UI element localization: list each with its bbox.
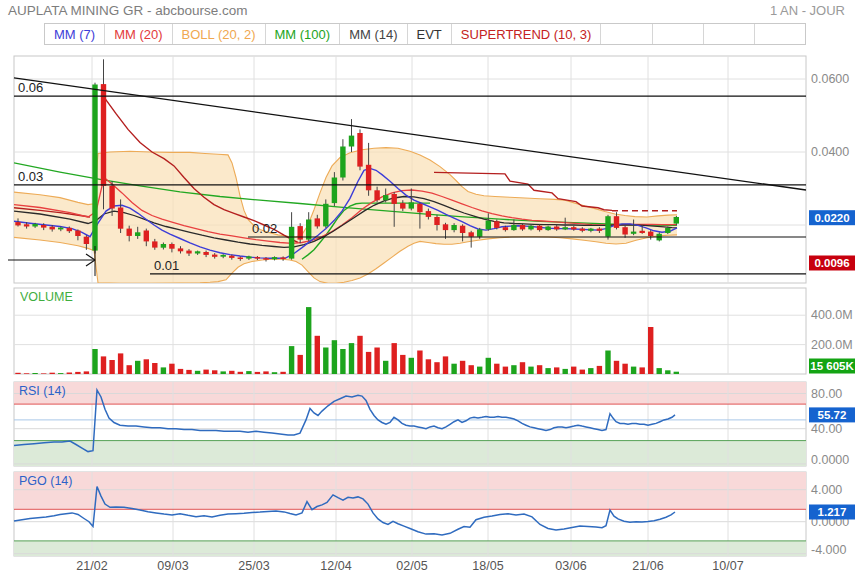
legend-item[interactable]: EVT xyxy=(408,24,452,44)
svg-text:200.0M: 200.0M xyxy=(811,338,853,352)
date-tick-label: 21/06 xyxy=(632,559,663,573)
date-tick-label: 12/04 xyxy=(320,559,351,573)
legend-empty-cell xyxy=(601,24,652,44)
svg-text:1.217: 1.217 xyxy=(818,506,847,518)
svg-text:0.03: 0.03 xyxy=(18,169,43,184)
stock-chart-window: AUPLATA MINING GR - abcbourse.com 1 AN -… xyxy=(0,0,855,580)
legend-empty-cell xyxy=(755,24,805,44)
pgo-pane-label: PGO (14) xyxy=(19,474,73,488)
volume-pane xyxy=(14,288,806,374)
rsi-pane-label: RSI (14) xyxy=(19,384,66,398)
date-tick-label: 18/05 xyxy=(472,559,503,573)
svg-text:80.00: 80.00 xyxy=(811,387,842,401)
legend-item[interactable]: SUPERTREND (10, 3) xyxy=(452,24,602,44)
period-label: 1 AN - JOUR xyxy=(770,3,845,18)
svg-text:-4.000: -4.000 xyxy=(811,543,846,557)
legend-item[interactable]: MM (100) xyxy=(266,24,341,44)
svg-text:4.000: 4.000 xyxy=(811,483,842,497)
svg-text:55.72: 55.72 xyxy=(818,409,847,421)
date-tick-label: 09/03 xyxy=(157,559,188,573)
date-tick-label: 10/07 xyxy=(712,559,743,573)
date-tick-label: 03/06 xyxy=(555,559,586,573)
svg-text:0.0096: 0.0096 xyxy=(814,257,849,269)
svg-text:0.0000: 0.0000 xyxy=(811,453,849,467)
legend-item[interactable]: MM (7) xyxy=(45,24,105,44)
legend-empty-cell xyxy=(704,24,755,44)
svg-text:0.0220: 0.0220 xyxy=(814,212,849,224)
date-tick-label: 21/02 xyxy=(76,559,107,573)
legend-item[interactable]: BOLL (20, 2) xyxy=(173,24,266,44)
rsi-pane xyxy=(14,382,806,466)
date-tick-label: 02/05 xyxy=(396,559,427,573)
legend-item[interactable]: MM (20) xyxy=(105,24,172,44)
last-price-badge: 0.0220 xyxy=(809,210,855,225)
pgo-value-badge: 1.217 xyxy=(809,505,855,520)
low-price-badge: 0.0096 xyxy=(809,256,855,271)
rsi-value-badge: 55.72 xyxy=(809,407,855,422)
svg-text:15 605K: 15 605K xyxy=(810,360,854,372)
chart-canvas[interactable]: 0.060.030.020.010.06000.0400400.0M200.0M… xyxy=(0,0,855,580)
volume-pane-label: VOLUME xyxy=(20,290,73,304)
indicator-legend: MM (7)MM (20)BOLL (20, 2)MM (100)MM (14)… xyxy=(44,23,806,45)
svg-text:0.0600: 0.0600 xyxy=(811,72,849,86)
chart-title: AUPLATA MINING GR - abcbourse.com xyxy=(8,3,248,18)
svg-text:40.00: 40.00 xyxy=(811,422,842,436)
last-volume-badge: 15 605K xyxy=(809,359,855,374)
svg-text:0.01: 0.01 xyxy=(154,258,179,273)
pgo-pane xyxy=(14,472,806,556)
svg-text:400.0M: 400.0M xyxy=(811,308,853,322)
svg-text:0.0400: 0.0400 xyxy=(811,145,849,159)
svg-text:0.06: 0.06 xyxy=(18,80,43,95)
date-tick-label: 25/03 xyxy=(238,559,269,573)
legend-item[interactable]: MM (14) xyxy=(340,24,407,44)
legend-empty-cell xyxy=(653,24,704,44)
svg-text:0.02: 0.02 xyxy=(252,221,277,236)
main-price-pane: 0.060.030.020.01 xyxy=(8,56,806,283)
